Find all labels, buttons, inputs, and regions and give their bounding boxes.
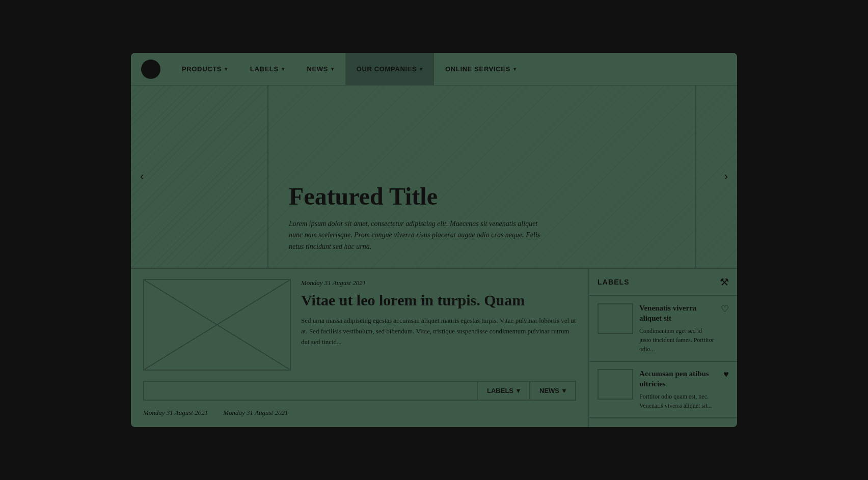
nav-label-labels: LABELS — [250, 65, 279, 73]
sidebar-card-content-2: Accumsan pen atibus ultricies Porttitor … — [639, 369, 717, 410]
hero-title: Featured Title — [289, 183, 544, 210]
filter-news-button[interactable]: NEWS ▾ — [529, 382, 575, 400]
sidebar-icon: ⚒ — [720, 276, 729, 288]
filter-news-label: NEWS — [539, 387, 559, 394]
sidebar-card-title-1: Venenatis viverra aliquet sit — [639, 303, 715, 323]
chevron-down-icon: ▾ — [513, 66, 517, 72]
navbar: PRODUCTS ▾ LABELS ▾ NEWS ▾ OUR COMPANIES… — [131, 53, 737, 86]
article-footer-dates: Monday 31 August 2021 Monday 31 August 2… — [143, 409, 576, 417]
hero-body: Lorem ipsum dolor sit amet, consectetur … — [289, 218, 544, 252]
chevron-down-icon: ▾ — [420, 66, 423, 72]
heart-button-1[interactable]: ♡ — [721, 303, 729, 315]
sidebar-card-text-2: Porttitor odio quam est, nec. Venenatis … — [639, 392, 717, 410]
sidebar-card-text-1: Condimentum eget sed id justo tincidunt … — [639, 326, 715, 354]
heart-button-2[interactable]: ♥ — [723, 369, 729, 380]
screen-wrapper: PRODUCTS ▾ LABELS ▾ NEWS ▾ OUR COMPANIES… — [131, 53, 737, 427]
sidebar-card-1: Venenatis viverra aliquet sit Condimentu… — [589, 296, 737, 362]
footer-date-2: Monday 31 August 2021 — [223, 409, 288, 417]
sidebar-card-content-1: Venenatis viverra aliquet sit Condimentu… — [639, 303, 715, 354]
hero-main: Featured Title Lorem ipsum dolor sit ame… — [268, 86, 696, 268]
sidebar-card-title-2: Accumsan pen atibus ultricies — [639, 369, 717, 389]
nav-item-online-services[interactable]: ONLINE SERVICES ▾ — [434, 53, 528, 86]
nav-item-our-companies[interactable]: OUR COMPANIES ▾ — [345, 53, 434, 86]
sidebar-card-thumb-2 — [598, 369, 633, 400]
sidebar-title: LABELS — [598, 278, 630, 286]
footer-date-1: Monday 31 August 2021 — [143, 409, 208, 417]
nav-logo[interactable] — [141, 60, 160, 79]
sidebar: LABELS ⚒ Venenatis viverra aliquet sit C… — [589, 269, 737, 427]
sidebar-card-thumb-1 — [598, 303, 633, 334]
nav-label-online-services: ONLINE SERVICES — [445, 65, 510, 73]
sidebar-card-2: Accumsan pen atibus ultricies Porttitor … — [589, 362, 737, 418]
article-excerpt: Sed urna massa adipiscing egestas accums… — [301, 316, 576, 347]
nav-label-news: NEWS — [307, 65, 328, 73]
nav-items: PRODUCTS ▾ LABELS ▾ NEWS ▾ OUR COMPANIES… — [171, 53, 528, 86]
main-article-area: Monday 31 August 2021 Vitae ut leo lorem… — [131, 269, 589, 427]
content-section: Monday 31 August 2021 Vitae ut leo lorem… — [131, 269, 737, 427]
hero-section: Featured Title Lorem ipsum dolor sit ame… — [131, 86, 737, 269]
article-headline: Vitae ut leo lorem in turpis. Quam — [301, 291, 576, 309]
hero-content: Featured Title Lorem ipsum dolor sit ame… — [289, 183, 544, 252]
chevron-down-icon: ▾ — [517, 387, 520, 394]
article-date: Monday 31 August 2021 — [301, 279, 576, 287]
nav-label-our-companies: OUR COMPANIES — [357, 65, 417, 73]
chevron-down-icon: ▾ — [331, 66, 334, 72]
filter-bar: LABELS ▾ NEWS ▾ — [143, 381, 576, 401]
article-info: Monday 31 August 2021 Vitae ut leo lorem… — [301, 279, 576, 371]
carousel-next-button[interactable]: › — [719, 165, 733, 188]
nav-label-products: PRODUCTS — [182, 65, 222, 73]
article-image — [143, 279, 291, 371]
chevron-down-icon: ▾ — [562, 387, 566, 394]
nav-item-products[interactable]: PRODUCTS ▾ — [171, 53, 239, 86]
nav-item-news[interactable]: NEWS ▾ — [295, 53, 345, 86]
article-top: Monday 31 August 2021 Vitae ut leo lorem… — [143, 279, 576, 371]
nav-item-labels[interactable]: LABELS ▾ — [239, 53, 296, 86]
hero-left-panel — [131, 86, 268, 268]
filter-labels-button[interactable]: LABELS ▾ — [477, 382, 529, 400]
chevron-down-icon: ▾ — [282, 66, 285, 72]
filter-labels-label: LABELS — [487, 387, 513, 394]
chevron-down-icon: ▾ — [225, 66, 228, 72]
filter-search-input[interactable] — [144, 382, 477, 400]
sidebar-header: LABELS ⚒ — [589, 269, 737, 296]
carousel-prev-button[interactable]: ‹ — [135, 165, 149, 188]
